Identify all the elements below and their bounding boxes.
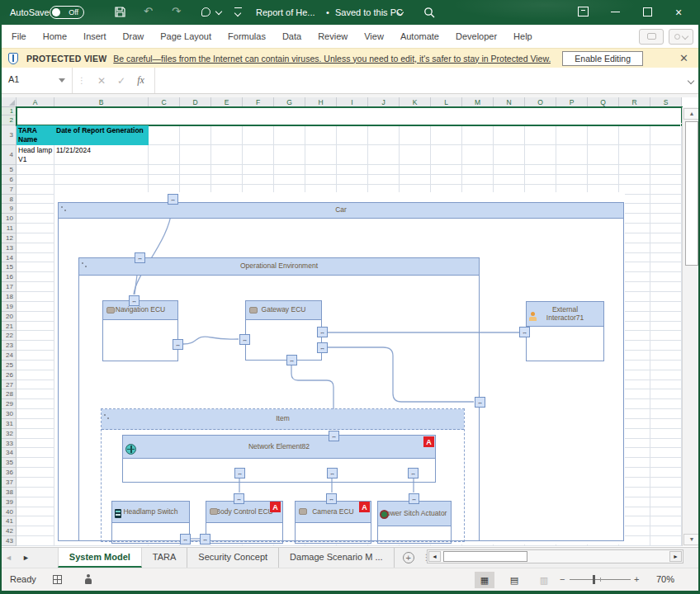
row-header-5[interactable]: 5	[0, 165, 17, 175]
grid-cell[interactable]	[650, 145, 682, 165]
grid-cell[interactable]	[650, 312, 682, 322]
undo-icon[interactable]: ↶	[144, 5, 153, 17]
row-header-6[interactable]: 6	[0, 175, 17, 185]
row-header-1[interactable]: 1	[0, 107, 17, 116]
saved-status[interactable]: Saved to this PC	[335, 0, 403, 25]
diagram-node-ne82[interactable]: Network Element82	[122, 435, 436, 483]
grid-cell[interactable]	[17, 478, 54, 488]
autosave-toggle[interactable]: Off	[50, 6, 84, 19]
grid-cell[interactable]	[149, 125, 180, 145]
grid-cell[interactable]	[525, 125, 556, 145]
grid-cell[interactable]	[650, 361, 682, 370]
grid-cell[interactable]	[650, 262, 682, 272]
search-icon[interactable]	[423, 7, 435, 18]
row-header-37[interactable]: 37	[0, 478, 17, 488]
grid-cell[interactable]	[17, 351, 54, 361]
grid-cell[interactable]	[556, 125, 588, 145]
grid-cell[interactable]	[650, 399, 682, 409]
grid-cell[interactable]	[650, 125, 682, 145]
grid-cell[interactable]	[17, 292, 54, 302]
grid-cell[interactable]	[650, 439, 682, 449]
document-title[interactable]: Report of He...	[256, 0, 315, 25]
share-button[interactable]	[669, 29, 693, 45]
ribbon-tab-review[interactable]: Review	[310, 25, 356, 48]
grid-cell[interactable]	[650, 526, 682, 536]
grid-cell[interactable]	[368, 125, 400, 145]
grid-cell[interactable]	[400, 125, 431, 145]
grid-cell[interactable]	[17, 488, 54, 497]
sheet-nav-left-icon[interactable]: ◄	[0, 548, 17, 568]
worksheet-grid[interactable]: ABCDEFGHIJKLMNOPQRS 12345678910111213141…	[0, 97, 700, 546]
sheet-tab-damage-scenario-m[interactable]: Damage Scenario M ...	[279, 548, 395, 568]
system-model-diagram[interactable]: CarOperational EnvironmentNavigation ECU…	[54, 192, 625, 544]
grid-cell[interactable]	[17, 458, 54, 468]
grid-cell[interactable]	[650, 175, 682, 185]
grid-cell[interactable]	[17, 302, 54, 312]
grid-cell[interactable]	[650, 536, 682, 546]
row-header-26[interactable]: 26	[0, 370, 17, 380]
select-all-corner[interactable]	[0, 97, 17, 107]
grid-cell[interactable]	[650, 243, 682, 253]
close-button[interactable]: ×	[675, 6, 682, 19]
row-header-43[interactable]: 43	[0, 536, 17, 546]
row-header-2[interactable]: 2	[0, 116, 17, 125]
ribbon-tab-draw[interactable]: Draw	[115, 25, 153, 48]
grid-cell[interactable]	[243, 175, 274, 185]
grid-cell[interactable]	[650, 253, 682, 263]
grid-cell[interactable]	[400, 165, 431, 175]
grid-cell[interactable]	[17, 165, 54, 175]
row-header-31[interactable]: 31	[0, 419, 17, 429]
grid-cell[interactable]	[17, 341, 54, 351]
cancel-icon[interactable]: ✕	[97, 75, 106, 87]
cell-a4[interactable]: Head lamp V1	[17, 145, 54, 165]
row-header-17[interactable]: 17	[0, 282, 17, 292]
scroll-up-icon[interactable]: ▲	[683, 108, 700, 120]
grid-cell[interactable]	[305, 125, 337, 145]
grid-cell[interactable]	[274, 165, 305, 175]
zoom-slider-thumb[interactable]	[593, 575, 595, 584]
grid-cell[interactable]	[650, 322, 682, 332]
ribbon-tab-data[interactable]: Data	[274, 25, 310, 48]
grid-cell[interactable]	[650, 478, 682, 488]
grid-cell[interactable]	[650, 214, 682, 224]
grid-cell[interactable]	[17, 214, 54, 224]
grid-cell[interactable]	[149, 145, 180, 165]
maximize-button[interactable]	[643, 7, 652, 16]
grid-cell[interactable]	[650, 458, 682, 468]
zoom-level[interactable]: 70%	[656, 574, 674, 584]
grid-cell[interactable]	[525, 165, 556, 175]
grid-cell[interactable]	[17, 233, 54, 243]
grid-cell[interactable]	[650, 351, 682, 361]
row-header-16[interactable]: 16	[0, 272, 17, 282]
save-icon[interactable]	[114, 6, 126, 18]
comments-button[interactable]	[639, 29, 664, 45]
grid-cell[interactable]	[17, 361, 54, 370]
grid-cell[interactable]	[337, 145, 368, 165]
grid-cell[interactable]	[17, 185, 54, 195]
macro-record-icon[interactable]	[53, 575, 62, 584]
grid-cell[interactable]	[17, 322, 54, 332]
cell-b3[interactable]: Date of Report Generation	[54, 125, 149, 145]
diagram-node-pwr[interactable]: Power Sitch Actuator	[377, 501, 452, 544]
grid-cell[interactable]	[17, 282, 54, 292]
grid-cell[interactable]	[337, 125, 368, 145]
grid-cell[interactable]	[650, 233, 682, 243]
new-sheet-icon[interactable]: +	[403, 552, 414, 563]
grid-cell[interactable]	[650, 195, 682, 205]
grid-cell[interactable]	[17, 516, 54, 526]
grid-cell[interactable]	[274, 175, 305, 185]
grid-cell[interactable]	[17, 370, 54, 380]
page-layout-view-button[interactable]: ▤	[504, 572, 524, 588]
grid-cell[interactable]	[17, 224, 54, 233]
grid-cell[interactable]	[650, 516, 682, 526]
grid-cell[interactable]	[211, 145, 243, 165]
sheet-nav-right-icon[interactable]: ►	[17, 548, 35, 568]
grid-cell[interactable]	[180, 175, 211, 185]
grid-cell[interactable]	[462, 125, 494, 145]
row-header-36[interactable]: 36	[0, 468, 17, 478]
grid-cell[interactable]	[180, 145, 211, 165]
grid-cell[interactable]	[431, 175, 462, 185]
banner-message[interactable]: Be careful—files from the Internet can c…	[113, 54, 551, 64]
grid-cell[interactable]	[17, 439, 54, 449]
grid-cell[interactable]	[54, 165, 149, 175]
